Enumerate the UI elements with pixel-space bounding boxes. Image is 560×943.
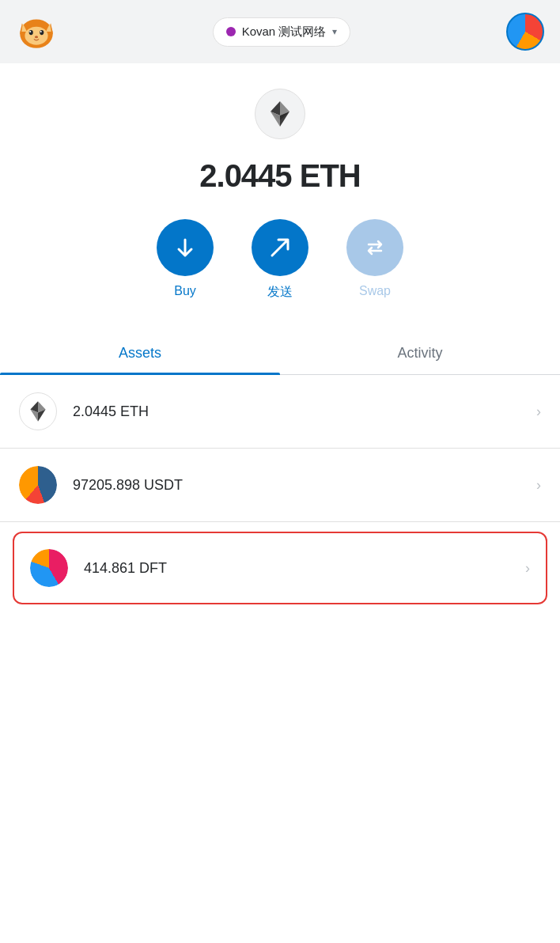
eth-asset-icon <box>19 392 57 430</box>
svg-point-8 <box>29 31 31 32</box>
buy-button[interactable]: Buy <box>157 219 214 301</box>
dft-asset-icon <box>30 549 68 587</box>
svg-point-7 <box>40 30 44 35</box>
send-icon-circle <box>252 219 308 276</box>
svg-point-10 <box>35 36 38 38</box>
usdt-asset-icon <box>19 466 57 504</box>
asset-item-eth[interactable]: 2.0445 ETH › <box>0 375 560 449</box>
svg-point-6 <box>29 30 33 35</box>
eth-icon-wrapper <box>0 63 560 152</box>
balance-section: 2.0445 ETH <box>0 152 560 219</box>
chevron-down-icon: ▾ <box>332 26 337 37</box>
main-content: 2.0445 ETH Buy 发送 <box>0 63 560 943</box>
tabs: Assets Activity <box>0 332 560 375</box>
dft-chevron-icon: › <box>525 560 530 577</box>
action-buttons: Buy 发送 Swap <box>0 219 560 332</box>
buy-icon <box>172 235 198 260</box>
swap-button[interactable]: Swap <box>346 219 403 301</box>
buy-label: Buy <box>174 284 196 298</box>
app-header: Kovan 测试网络 ▾ <box>0 0 560 63</box>
usdt-asset-amount: 97205.898 USDT <box>73 477 536 494</box>
asset-item-dft[interactable]: 414.861 DFT › <box>13 532 547 604</box>
svg-point-9 <box>40 31 42 32</box>
eth-asset-amount: 2.0445 ETH <box>73 403 536 420</box>
send-icon <box>267 235 293 260</box>
dft-token-graphic <box>30 549 68 587</box>
swap-label: Swap <box>359 284 391 298</box>
swap-icon-circle <box>346 219 403 276</box>
network-name: Kovan 测试网络 <box>242 25 327 40</box>
dft-asset-amount: 414.861 DFT <box>84 560 525 577</box>
asset-item-usdt[interactable]: 97205.898 USDT › <box>0 449 560 522</box>
account-avatar[interactable] <box>506 13 544 51</box>
balance-amount: 2.0445 ETH <box>16 158 544 194</box>
eth-token-icon <box>255 89 305 139</box>
eth-chevron-icon: › <box>536 403 541 420</box>
network-selector[interactable]: Kovan 测试网络 ▾ <box>213 17 351 47</box>
swap-icon <box>362 235 388 260</box>
tab-assets[interactable]: Assets <box>0 332 280 374</box>
usdt-chevron-icon: › <box>536 477 541 494</box>
send-button[interactable]: 发送 <box>252 219 308 301</box>
send-label: 发送 <box>267 284 293 301</box>
tab-activity[interactable]: Activity <box>280 332 560 374</box>
eth-diamond-icon <box>264 98 296 130</box>
eth-small-icon <box>25 399 51 424</box>
asset-list: 2.0445 ETH › 97205.898 USDT › 414.861 DF… <box>0 375 560 604</box>
usdt-token-graphic <box>19 466 57 504</box>
buy-icon-circle <box>157 219 214 276</box>
metamask-logo <box>16 11 57 52</box>
network-status-dot <box>226 27 236 36</box>
